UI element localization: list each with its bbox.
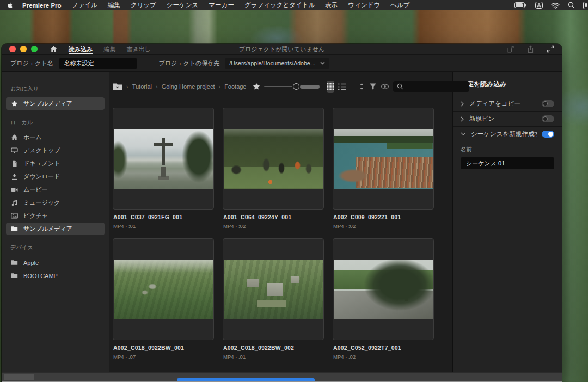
- clip-thumbnail-soccer-kids: [224, 129, 323, 189]
- menu-item-sequence[interactable]: シーケンス: [167, 1, 199, 9]
- close-button[interactable]: [9, 46, 16, 52]
- breadcrumb-footage[interactable]: Footage: [224, 83, 246, 90]
- music-note-icon: [11, 199, 18, 206]
- tab-export[interactable]: 書き出し: [127, 44, 151, 54]
- import-settings-title: 設定を読み込み: [453, 72, 562, 96]
- sort-icon[interactable]: [358, 83, 365, 90]
- tab-import[interactable]: 読み込み: [69, 44, 93, 54]
- minimize-button[interactable]: [20, 46, 27, 52]
- folder-dropdown-icon[interactable]: [113, 83, 122, 90]
- menu-item-file[interactable]: ファイル: [72, 1, 97, 9]
- sidebar-item-desktop[interactable]: デスクトップ: [6, 144, 105, 157]
- setting-row-new-sequence[interactable]: シーケンスを新規作成する: [453, 127, 562, 141]
- copy-media-toggle[interactable]: [542, 100, 554, 107]
- wifi-icon[interactable]: [551, 2, 560, 9]
- sidebar-item-bootcamp[interactable]: BOOTCAMP: [6, 269, 105, 282]
- preview-eye-icon[interactable]: [381, 83, 389, 90]
- sequence-name-group: 名前: [453, 141, 562, 169]
- thumbnail-size-slider[interactable]: [264, 83, 320, 90]
- clip-card[interactable]: [223, 238, 324, 340]
- clip-name: A002_C018_0922BW_001: [113, 344, 214, 351]
- tab-edit[interactable]: 編集: [104, 44, 116, 54]
- clip-item[interactable]: A002_C009_092221_001 MP4 · :02: [333, 108, 434, 229]
- clip-card[interactable]: [113, 108, 214, 210]
- clip-item[interactable]: A001_C064_09224Y_001 MP4 · :02: [223, 108, 324, 229]
- sidebar-item-label: サンプルメディア: [23, 100, 72, 108]
- slider-thumb[interactable]: [293, 83, 299, 90]
- clip-name: A002_C009_092221_001: [333, 214, 434, 220]
- search-box[interactable]: [393, 81, 469, 92]
- sidebar-section-devices: デバイス: [10, 244, 100, 251]
- sidebar-item-movies[interactable]: ムービー: [6, 183, 105, 196]
- clip-card[interactable]: [333, 238, 434, 340]
- clip-meta: MP4 · :01: [223, 354, 324, 360]
- clip-thumbnail-lake-town: [334, 129, 433, 189]
- menu-item-view[interactable]: 表示: [325, 1, 338, 9]
- project-location-select[interactable]: /Users/apple/Documents/Adobe/Premiere Pr…: [225, 58, 329, 69]
- new-sequence-toggle[interactable]: [542, 131, 554, 138]
- search-icon: [397, 83, 403, 90]
- menu-item-clip[interactable]: クリップ: [131, 1, 156, 9]
- clip-thumbnail-jungle-aerial: [114, 260, 213, 319]
- input-source-icon[interactable]: [535, 2, 543, 9]
- window-titlebar[interactable]: 読み込み 編集 書き出し プロジェクトが開いていません: [2, 44, 562, 54]
- picture-icon: [11, 212, 18, 219]
- setting-row-copy-media[interactable]: メディアをコピー: [453, 96, 562, 112]
- setting-row-new-bin[interactable]: 新規ビン: [453, 112, 562, 127]
- slider-track-filled[interactable]: [300, 85, 320, 89]
- sidebar-item-apple-device[interactable]: Apple: [6, 256, 105, 269]
- filter-icon[interactable]: [369, 83, 377, 90]
- slider-track[interactable]: [264, 86, 292, 87]
- breadcrumb-tutorial[interactable]: Tutorial: [132, 83, 152, 90]
- screen: Premiere Pro ファイル 編集 クリップ シーケンス マーカー グラフ…: [0, 0, 588, 382]
- search-input[interactable]: [407, 83, 465, 90]
- menu-item-app[interactable]: Premiere Pro: [22, 2, 62, 9]
- project-name-input[interactable]: [59, 58, 137, 69]
- sidebar-item-downloads[interactable]: ダウンロード: [6, 170, 105, 183]
- clip-item[interactable]: A001_C037_0921FG_001 MP4 · :01: [113, 108, 214, 229]
- clip-item[interactable]: A002_C052_0922T7_001 MP4 · :02: [333, 238, 434, 360]
- home-icon[interactable]: [50, 45, 58, 53]
- sequence-name-input[interactable]: [461, 157, 554, 169]
- clip-item[interactable]: A002_C018_0922BW_001 MP4 · :07: [113, 238, 214, 360]
- sidebar-item-music[interactable]: ミュージック: [6, 196, 105, 209]
- share-icon[interactable]: [526, 45, 535, 53]
- apple-menu-icon[interactable]: [7, 2, 14, 9]
- sidebar-item-home[interactable]: ホーム: [6, 131, 105, 144]
- zoom-button[interactable]: [31, 46, 38, 52]
- spotlight-search-icon[interactable]: [568, 2, 575, 9]
- places-sidebar: お気に入り サンプルメディア ローカル ホーム デスクトップ ドキュメント: [2, 72, 109, 372]
- fullscreen-expand-icon[interactable]: [547, 45, 554, 53]
- grid-view-button[interactable]: [327, 81, 334, 93]
- setting-label: メディアをコピー: [469, 100, 537, 108]
- menu-item-graphics[interactable]: グラフィックとタイトル: [244, 1, 315, 9]
- chevron-down-icon: [320, 61, 325, 65]
- clip-card[interactable]: [333, 108, 434, 210]
- menu-item-help[interactable]: ヘルプ: [390, 1, 409, 9]
- control-center-icon[interactable]: [583, 2, 588, 9]
- new-bin-toggle[interactable]: [542, 115, 554, 122]
- import-button-fragment[interactable]: [177, 378, 315, 381]
- browser-toolbar: › Tutorial › Going Home project › Footag…: [113, 80, 445, 93]
- quick-export-icon[interactable]: [506, 45, 514, 53]
- sidebar-item-label: ムービー: [23, 186, 48, 194]
- clip-card[interactable]: [223, 108, 324, 210]
- clip-item[interactable]: A002_C018_0922BW_002 MP4 · :01: [223, 238, 324, 360]
- chevron-right-icon[interactable]: [461, 101, 464, 107]
- folder-icon: [11, 259, 18, 266]
- sidebar-item-pictures[interactable]: ピクチャ: [6, 210, 105, 222]
- chevron-right-icon[interactable]: [461, 116, 464, 122]
- sidebar-item-sample-media-favorite[interactable]: サンプルメディア: [6, 97, 105, 110]
- menu-item-window[interactable]: ウィンドウ: [348, 1, 380, 9]
- sidebar-item-documents[interactable]: ドキュメント: [6, 157, 105, 170]
- clip-card[interactable]: [113, 238, 214, 340]
- battery-icon[interactable]: [514, 2, 527, 8]
- favorite-star-icon[interactable]: [253, 83, 260, 90]
- breadcrumb-going-home-project[interactable]: Going Home project: [162, 83, 215, 90]
- sidebar-item-sample-media[interactable]: サンプルメディア: [6, 223, 105, 235]
- chevron-down-icon[interactable]: [461, 132, 466, 136]
- list-view-button[interactable]: [338, 81, 346, 93]
- menu-item-edit[interactable]: 編集: [108, 1, 120, 9]
- menu-item-marker[interactable]: マーカー: [209, 1, 234, 9]
- footer-button-fragment[interactable]: [4, 374, 34, 380]
